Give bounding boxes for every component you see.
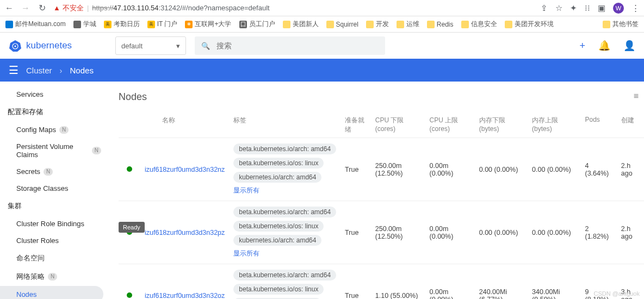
bookmark-item[interactable]: Squirrel	[326, 21, 358, 28]
sidebar-item[interactable]: Services	[0, 86, 109, 103]
other-bookmarks[interactable]: 其他书签	[603, 20, 639, 29]
svg-point-2	[15, 46, 16, 47]
bookmark-item[interactable]: 美考勤日历	[104, 20, 140, 29]
col-cpu-req: CPU 下限 (cores)	[371, 113, 425, 138]
sidebar-item[interactable]: Nodes	[0, 286, 103, 299]
label-chip: kubernetes.io/arch: amd64	[233, 235, 321, 246]
bookmark-icon	[461, 21, 469, 28]
extension-icon[interactable]: ✦	[570, 3, 577, 13]
sidebar-item[interactable]: Storage Classes	[0, 180, 109, 197]
cell-mem-lim: 0.00 (0.00%)	[528, 138, 580, 201]
extension2-icon[interactable]: ⁝⁝	[585, 3, 590, 13]
sidebar-label: Config Maps	[16, 126, 56, 134]
bookmark-label: 信息安全	[471, 20, 497, 29]
status-dot-icon	[127, 166, 132, 172]
bookmark-item[interactable]: 囗员工门户	[239, 20, 275, 29]
label-chip: kubernetes.io/arch: amd64	[233, 172, 321, 183]
sidebar-item[interactable]: 网络策略N	[0, 267, 109, 286]
bookmark-label: 运维	[406, 20, 419, 29]
bookmark-item[interactable]: 信息安全	[461, 20, 497, 29]
node-link[interactable]: izuf618zurf0umd3d3n32oz	[145, 292, 225, 300]
node-link[interactable]: izuf618zurf0umd3d3n32nz	[145, 166, 225, 173]
sidebar-label: Persistent Volume Claims	[16, 142, 89, 159]
bookmark-label: 互联网+大学	[195, 20, 231, 29]
col-name: 名称	[140, 113, 229, 138]
breadcrumb: ☰ Cluster › Nodes	[0, 59, 644, 82]
sidebar-item[interactable]: Config MapsN	[0, 121, 109, 138]
watermark: CSDN @antguok	[593, 290, 640, 297]
account-icon[interactable]: 👤	[623, 40, 635, 52]
bookmark-item[interactable]: 美团开发环境	[505, 20, 554, 29]
create-icon[interactable]: +	[580, 40, 586, 52]
bookmark-label: IT 门户	[157, 20, 178, 29]
bookmark-item[interactable]: Redis	[427, 21, 454, 28]
sidebar-item[interactable]: 命名空间	[0, 249, 109, 267]
profile-avatar[interactable]: W	[613, 3, 624, 14]
sidebar-item[interactable]: Persistent Volume ClaimsN	[0, 138, 109, 163]
bookmark-label: 员工门户	[249, 20, 275, 29]
back-icon[interactable]: ←	[4, 3, 14, 13]
panel-icon[interactable]: ▣	[598, 3, 605, 13]
cell-cpu-req: 250.00m (12.50%)	[371, 138, 425, 201]
filter-icon[interactable]: ≡	[634, 91, 639, 101]
search-box[interactable]: 🔍	[195, 36, 385, 55]
search-input[interactable]	[216, 41, 379, 50]
show-all-link[interactable]: 显示所有	[233, 249, 259, 258]
k8s-logo-icon	[9, 39, 22, 52]
namespace-select[interactable]: default▾	[115, 36, 186, 55]
table-row: izuf618zurf0umd3d3n32ozbeta.kubernetes.i…	[119, 264, 644, 300]
bookmark-star-icon[interactable]: ☆	[555, 3, 562, 13]
kubernetes-logo[interactable]: kubernetes	[9, 39, 107, 52]
sidebar-section: 配置和存储	[0, 103, 109, 121]
bookmark-item[interactable]: 学城	[73, 20, 96, 29]
chevron-right-icon: ›	[60, 66, 63, 75]
page-title: Nodes	[119, 91, 644, 103]
bookmark-icon	[283, 21, 290, 28]
notifications-icon[interactable]: 🔔	[598, 40, 610, 52]
show-all-link[interactable]: 显示所有	[233, 186, 259, 195]
bookmark-item[interactable]: 邮件Meituan.com	[5, 20, 66, 29]
bookmark-label: Redis	[437, 21, 454, 28]
bookmark-icon	[427, 21, 435, 28]
node-link[interactable]: izuf618zurf0umd3d3n32pz	[145, 229, 225, 236]
bookmark-icon	[505, 21, 512, 28]
label-chip: beta.kubernetes.io/arch: amd64	[233, 270, 336, 281]
share-icon[interactable]: ⇪	[541, 3, 548, 13]
bookmark-label: 学城	[83, 20, 96, 29]
cell-cpu-lim: 0.00m (0.00%)	[425, 138, 475, 201]
bookmark-icon: 囗	[239, 21, 247, 28]
cell-created: 2.h ago	[617, 138, 644, 201]
sidebar-item[interactable]: Cluster Role Bindings	[0, 215, 109, 232]
col-cpu-lim: CPU 上限 (cores)	[425, 113, 475, 138]
bookmark-item[interactable]: 美团新人	[283, 20, 319, 29]
sidebar-item[interactable]: Cluster Roles	[0, 232, 109, 249]
sidebar-item[interactable]: SecretsN	[0, 163, 109, 180]
bookmark-icon	[73, 21, 81, 28]
insecure-badge: ▲ 不安全	[53, 3, 84, 13]
reload-icon[interactable]: ↻	[37, 3, 47, 13]
forward-icon[interactable]: →	[21, 3, 30, 13]
address-bar[interactable]: ▲ 不安全 | https://47.103.110.54:31242/#/no…	[53, 3, 534, 13]
bookmark-label: 邮件Meituan.com	[15, 20, 66, 29]
cell-mem-lim: 340.00Mi (9.59%)	[528, 264, 580, 300]
menu-icon[interactable]: ⋮	[631, 3, 640, 13]
breadcrumb-cluster[interactable]: Cluster	[26, 66, 52, 75]
bookmark-item[interactable]: 开发	[366, 20, 389, 29]
col-mem-lim: 内存上限 (bytes)	[528, 113, 580, 138]
bookmark-item[interactable]: ❋互联网+大学	[185, 20, 231, 29]
namespace-badge: N	[59, 126, 69, 134]
col-labels: 标签	[229, 113, 340, 138]
hamburger-icon[interactable]: ☰	[9, 64, 18, 77]
table-row: izuf618zurf0umd3d3n32pzbeta.kubernetes.i…	[119, 201, 644, 264]
bookmark-item[interactable]: 美IT 门户	[147, 20, 178, 29]
cell-cpu-lim: 0.00m (0.00%)	[425, 264, 475, 300]
url-text: https://47.103.110.54:31242/#/node?names…	[92, 4, 269, 12]
bookmark-label: Squirrel	[336, 21, 358, 28]
bookmark-item[interactable]: 运维	[397, 20, 419, 29]
sidebar-label: Secrets	[16, 167, 40, 176]
col-mem-req: 内存下限 (bytes)	[475, 113, 528, 138]
table-row: izuf618zurf0umd3d3n32nzbeta.kubernetes.i…	[119, 138, 644, 201]
bookmark-label: 考勤日历	[114, 20, 140, 29]
cell-mem-req: 240.00Mi (6.77%)	[475, 264, 528, 300]
browser-toolbar: ← → ↻ ▲ 不安全 | https://47.103.110.54:3124…	[0, 0, 644, 16]
